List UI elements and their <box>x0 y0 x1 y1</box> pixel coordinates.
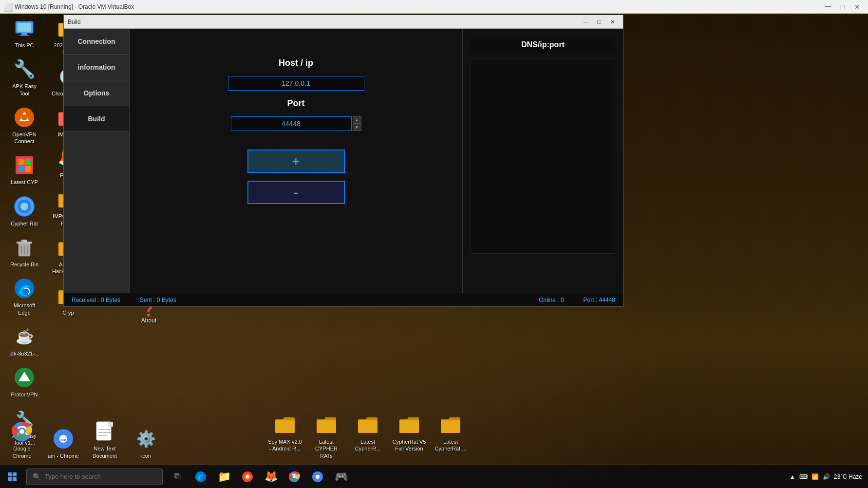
svg-point-5 <box>21 114 27 120</box>
bottom-icons-row: Google Chrome am am - Chrome <box>0 411 472 461</box>
remove-connection-button[interactable]: - <box>247 181 345 204</box>
desktop-icon-this-pc[interactable]: This PC <box>5 15 44 51</box>
google-chrome-icon <box>10 420 34 443</box>
latest-cypherrat-item[interactable]: Latest CypherRat ... <box>431 411 470 461</box>
online-count: Online : 0 <box>539 297 564 303</box>
port-decrement-button[interactable]: ▼ <box>353 124 361 131</box>
svg-point-58 <box>293 475 296 478</box>
sidebar-connection[interactable]: Connection <box>64 29 129 55</box>
sidebar-options[interactable]: Options <box>64 80 129 106</box>
icon-file-icon: ⚙️ <box>134 427 158 450</box>
app-minimize-button[interactable]: ─ <box>579 17 592 27</box>
port-status: Port : 44448 <box>584 297 615 303</box>
this-pc-label: This PC <box>15 42 34 49</box>
taskbar-tray: ▲ ⌨ 📶 🔊 23°C Haze <box>790 473 868 480</box>
firefox-taskbar-icon[interactable]: 🦊 <box>260 466 282 488</box>
latest-cyp-icon <box>13 153 36 177</box>
sidebar-information[interactable]: information <box>64 55 129 80</box>
app-close-button[interactable]: ✕ <box>606 17 619 27</box>
network-icon: 📶 <box>811 473 819 480</box>
edge-taskbar-icon[interactable] <box>190 466 211 488</box>
task-view-button[interactable]: ⧉ <box>167 466 188 488</box>
taskbar-icon-area: ⧉ 📁 🦊 <box>167 466 352 488</box>
svg-rect-10 <box>25 166 31 172</box>
protonvpn-label: ProtonVPN <box>11 391 38 398</box>
desktop-icon-protonvpn[interactable]: ProtonVPN <box>5 364 44 400</box>
svg-rect-38 <box>108 422 113 427</box>
vbox-close-button[interactable]: ✕ <box>850 1 864 12</box>
vbox-maximize-button[interactable]: □ <box>836 1 849 12</box>
search-icon: 🔍 <box>33 473 41 481</box>
svg-rect-46 <box>441 420 460 433</box>
desktop-icon-apk-easy-tool[interactable]: 🔧 APK Easy Tool <box>5 56 44 99</box>
am-chrome-icon: am <box>52 427 75 450</box>
bottom-google-chrome[interactable]: Google Chrome <box>2 418 41 461</box>
app-title: Build <box>68 19 579 25</box>
svg-rect-49 <box>8 477 12 481</box>
app-sidebar: Connection information Options Build <box>64 29 130 306</box>
taskbar-search-bar[interactable]: 🔍 <box>26 469 163 485</box>
microsoft-edge-label: Microsoft Edge <box>7 302 42 316</box>
latest-cypher-rats-item[interactable]: Latest CYPHER RATs <box>307 411 346 461</box>
sidebar-build[interactable]: Build <box>64 106 129 132</box>
cypherrat-v5-label: CypherRat V5 Full Version <box>392 438 427 452</box>
protonvpn-icon <box>13 366 36 389</box>
svg-text:am: am <box>60 437 66 442</box>
microsoft-edge-icon <box>13 277 36 300</box>
vbox-minimize-button[interactable]: ─ <box>821 1 835 12</box>
jdk-icon: ☕ <box>13 325 36 348</box>
new-text-doc-icon <box>93 420 116 443</box>
am-chrome-label: am - Chrome <box>48 452 79 459</box>
chrome-taskbar-icon[interactable] <box>283 466 305 488</box>
app-maximize-button[interactable]: □ <box>593 17 605 27</box>
latest-cypherrat-label: Latest CypherRat ... <box>433 438 468 452</box>
cypher-rat-label: Cypher Rat <box>11 220 38 227</box>
apk-easy-tool-label: APK Easy Tool <box>7 83 42 97</box>
desktop-icon-cypher-rat[interactable]: Cypher Rat <box>5 193 44 229</box>
explorer-taskbar-icon[interactable]: 📁 <box>213 466 235 488</box>
dns-title: DNS/ip:port <box>471 37 615 53</box>
latest-cypherr-item[interactable]: Latest CypherR... <box>348 411 387 461</box>
up-arrow-icon[interactable]: ▲ <box>790 473 795 480</box>
svg-rect-16 <box>21 240 27 242</box>
bottom-new-text-doc[interactable]: New Text Document <box>85 418 124 461</box>
desktop: ⬜ Windows 10 [Running] - Oracle VM Virtu… <box>0 0 868 488</box>
spy-max-icon-item[interactable]: Spy MAX v2.0 - Android R... <box>265 411 304 461</box>
host-ip-input[interactable] <box>228 76 364 91</box>
svg-point-13 <box>20 203 28 210</box>
apk-easy-tool-icon: 🔧 <box>13 57 36 81</box>
port-increment-button[interactable]: ▲ <box>353 116 361 124</box>
desktop-icon-jdk[interactable]: ☕ jdk-8u321-... <box>5 323 44 359</box>
latest-cypher-rats-folder-icon <box>315 413 338 436</box>
desktop-icon-recycle-bin[interactable]: Recycle Bin <box>5 234 44 270</box>
desktop-icon-openvpn[interactable]: OpenVPN Connect <box>5 104 44 147</box>
latest-cypherr-label: Latest CypherR... <box>350 438 385 452</box>
spy-max-label: Spy MAX v2.0 - Android R... <box>267 438 302 452</box>
svg-rect-42 <box>275 420 295 433</box>
connection-panel: Host / ip Port ▲ ▼ + - <box>130 29 462 306</box>
bottom-am-chrome[interactable]: am am - Chrome <box>44 425 83 461</box>
svg-rect-3 <box>19 35 29 36</box>
search-input[interactable] <box>45 473 156 480</box>
start-button[interactable] <box>0 465 24 488</box>
bottom-icon-file[interactable]: ⚙️ icon <box>127 425 166 461</box>
new-text-doc-label: New Text Document <box>87 445 122 459</box>
cypher-rat-icon <box>13 195 36 218</box>
vbox-icon: ⬜ <box>4 3 12 11</box>
svg-rect-45 <box>399 420 419 433</box>
app-window-controls: ─ □ ✕ <box>579 17 619 27</box>
port-input[interactable] <box>231 116 352 131</box>
game-taskbar-icon[interactable]: 🎮 <box>330 466 352 488</box>
icon-file-label: icon <box>141 452 151 459</box>
chrome2-taskbar-icon[interactable] <box>307 466 328 488</box>
unknown-taskbar-icon[interactable] <box>237 466 258 488</box>
desktop-icon-microsoft-edge[interactable]: Microsoft Edge <box>5 275 44 318</box>
desktop-icon-latest-cyp[interactable]: Latest CYP <box>5 151 44 188</box>
latest-cypherrat-folder-icon <box>439 413 462 436</box>
svg-point-60 <box>316 475 320 479</box>
vbox-controls: ─ □ ✕ <box>821 1 864 12</box>
google-chrome-desktop-label: Google Chrome <box>4 445 39 459</box>
cypherrat-v5-item[interactable]: CypherRat V5 Full Version <box>390 411 429 461</box>
dns-panel: DNS/ip:port <box>462 29 623 306</box>
add-connection-button[interactable]: + <box>247 150 345 173</box>
